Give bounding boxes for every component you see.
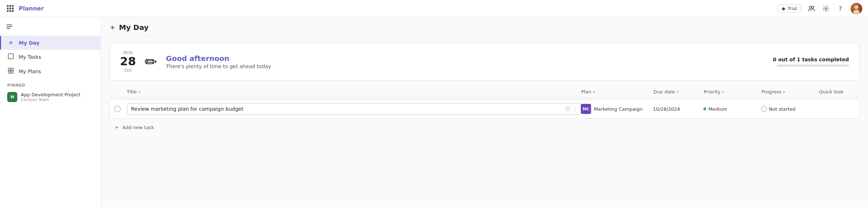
progress-sort-button[interactable]: Progress ∨: [761, 89, 819, 94]
task-info-icon[interactable]: ⓘ: [565, 106, 570, 112]
plans-icon: [7, 68, 14, 75]
plan-sort-button[interactable]: Plan ∨: [581, 89, 653, 94]
task-title-actions: ⓘ ⋮: [565, 106, 577, 112]
progress-circle-icon: [761, 106, 767, 112]
trial-badge[interactable]: ◆ Trial: [778, 4, 801, 13]
page-header-icon: ☀️: [109, 24, 115, 31]
topbar: Planner ◆ Trial ?: [0, 0, 868, 17]
task-complete-checkbox[interactable]: [114, 106, 121, 112]
pinned-item-team: Contoso Team: [21, 97, 81, 102]
plan-sort-icon: ∨: [593, 90, 595, 94]
date-number: 28: [120, 55, 136, 68]
col-quicklook-label: Quick look: [819, 89, 844, 94]
task-priority-cell: Medium: [703, 106, 761, 112]
svg-rect-7: [6, 26, 12, 27]
page-title: My Day: [119, 23, 148, 32]
sidebar-item-label-my-tasks: My Tasks: [19, 54, 41, 60]
title-sort-button[interactable]: Title ∨: [127, 89, 581, 94]
priority-dot: [703, 107, 706, 110]
svg-rect-6: [6, 25, 12, 25]
sidebar-item-my-day[interactable]: ☀️ My Day: [0, 36, 100, 50]
sidebar-item-label-my-plans: My Plans: [19, 69, 41, 74]
col-duedate-label: Due date: [653, 89, 675, 94]
svg-rect-10: [8, 68, 10, 70]
svg-rect-9: [8, 54, 13, 59]
help-icon[interactable]: ?: [836, 5, 844, 13]
plan-initials: MC: [582, 107, 589, 111]
diamond-icon: ◆: [782, 6, 785, 11]
svg-point-1: [812, 6, 814, 8]
task-title-text: Review marketing plan for campaign budge…: [131, 106, 563, 112]
pinned-section-label: Pinned: [0, 79, 100, 89]
sun-icon: ☀️: [7, 39, 14, 46]
greeting-subtitle: There's plenty of time to get ahead toda…: [166, 63, 764, 69]
avatar-image: [851, 3, 862, 14]
tasks-section: Title ∨ Plan ∨ Due date ∨: [109, 86, 859, 135]
col-progress-header: Progress ∨: [761, 89, 819, 94]
sidebar-collapse-button[interactable]: [0, 20, 100, 34]
topbar-left: Planner: [6, 4, 44, 13]
trial-label: Trial: [787, 6, 797, 11]
task-more-icon[interactable]: ⋮: [572, 106, 577, 112]
col-title-header: Title ∨: [127, 89, 581, 94]
svg-point-0: [809, 6, 811, 8]
sidebar-pinned-item-app-dev[interactable]: H App Development Project Contoso Team: [0, 89, 100, 105]
task-title-cell: Review marketing plan for campaign budge…: [127, 103, 581, 115]
tasks-table-header: Title ∨ Plan ∨ Due date ∨: [109, 86, 859, 98]
col-duedate-header: Due date ∨: [653, 89, 704, 94]
priority-sort-icon: ∨: [722, 90, 724, 94]
pinned-item-name: App Development Project: [21, 92, 81, 97]
sidebar: ☀️ My Day My Tasks My Plans Pinne: [0, 17, 101, 207]
task-progress-cell: Not started: [761, 106, 819, 112]
svg-point-4: [855, 5, 858, 9]
plan-name: Marketing Campaign: [594, 106, 643, 112]
task-duedate-cell: 10/28/2024: [653, 106, 703, 112]
col-plan-label: Plan: [581, 89, 591, 94]
app-grid-icon[interactable]: [6, 4, 14, 13]
add-task-row[interactable]: ＋ Add new task: [109, 120, 859, 135]
task-due-date: 10/28/2024: [653, 106, 680, 112]
col-title-label: Title: [127, 89, 137, 94]
col-plan-header: Plan ∨: [581, 89, 653, 94]
table-row: Review marketing plan for campaign budge…: [109, 99, 859, 119]
avatar[interactable]: [851, 3, 862, 14]
settings-icon[interactable]: [822, 5, 830, 13]
greeting-block: Good afternoon There's plenty of time to…: [166, 54, 764, 69]
topbar-right: ◆ Trial ?: [778, 3, 862, 14]
task-title-box[interactable]: Review marketing plan for campaign budge…: [127, 103, 581, 115]
svg-rect-12: [8, 71, 10, 73]
date-month: Oct: [124, 68, 132, 73]
welcome-card: MON 28 Oct ✏️ Good afternoon There's ple…: [109, 43, 859, 80]
progress-bar-background: [777, 65, 849, 67]
people-icon[interactable]: [807, 5, 815, 13]
main-content: ☀️ My Day MON 28 Oct ✏️ Good afternoon T…: [101, 17, 868, 207]
add-icon: ＋: [114, 124, 120, 131]
tasks-icon: [7, 53, 14, 61]
sidebar-item-label-my-day: My Day: [19, 40, 40, 46]
add-task-label: Add new task: [122, 125, 154, 130]
progress-block: 0 out of 1 tasks completed: [770, 57, 849, 67]
grid-dots-icon: [7, 5, 14, 12]
task-checkbox-cell: [114, 106, 127, 112]
app-title: Planner: [19, 5, 44, 12]
col-quicklook-header: Quick look: [819, 89, 855, 94]
duedate-sort-button[interactable]: Due date ∨: [653, 89, 704, 94]
svg-rect-11: [11, 68, 13, 70]
pinned-item-text: App Development Project Contoso Team: [21, 92, 81, 102]
progress-sort-icon: ∨: [783, 90, 785, 94]
duedate-sort-icon: ∨: [676, 90, 679, 94]
sidebar-item-my-tasks[interactable]: My Tasks: [0, 50, 100, 64]
task-priority-text: Medium: [708, 106, 727, 112]
svg-point-2: [825, 8, 827, 9]
svg-rect-8: [6, 28, 10, 29]
svg-rect-13: [11, 71, 13, 73]
progress-text: 0 out of 1 tasks completed: [773, 57, 849, 62]
task-progress-text: Not started: [769, 106, 795, 112]
task-plan-cell: MC Marketing Campaign: [581, 104, 653, 114]
greeting-title: Good afternoon: [166, 54, 764, 63]
title-sort-icon: ∨: [138, 90, 141, 94]
date-block: MON 28 Oct: [120, 50, 136, 73]
priority-sort-button[interactable]: Priority ∨: [704, 89, 761, 94]
col-progress-label: Progress: [761, 89, 781, 94]
sidebar-item-my-plans[interactable]: My Plans: [0, 64, 100, 79]
